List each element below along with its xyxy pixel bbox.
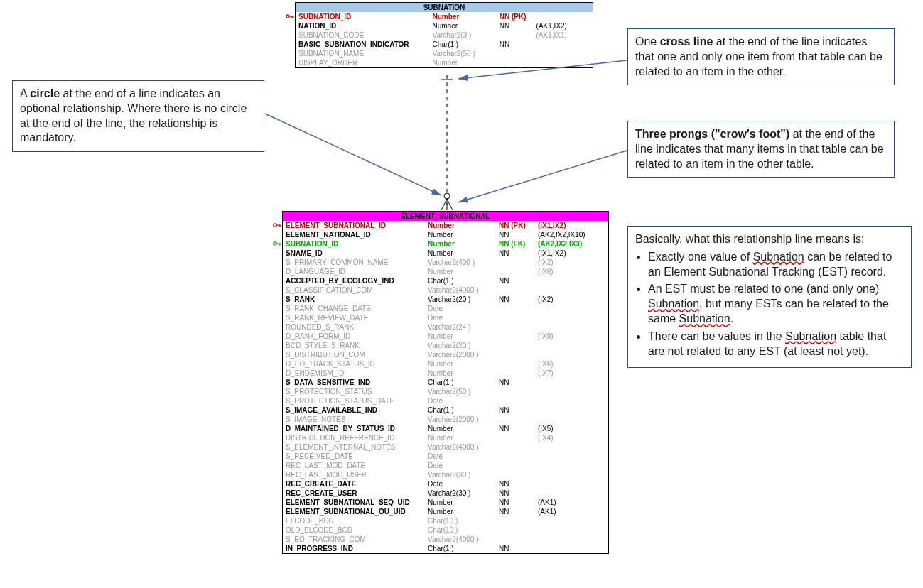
table-row: D_MAINTAINED_BY_STATUS_IDNumberNN(IX5) bbox=[283, 424, 608, 433]
table-row: ELEMENT_SUBNATIONAL_IDNumberNN (PK)(IX1,… bbox=[283, 221, 608, 230]
entity-subnation: SUBNATION SUBNATION_IDNumberNN (PK)NATIO… bbox=[295, 2, 593, 68]
entity-subnation-header: SUBNATION bbox=[296, 3, 593, 12]
svg-line-15 bbox=[441, 199, 447, 210]
table-row: S_PROTECTION_STATUS_DATEDate bbox=[283, 396, 608, 405]
table-row: S_DATA_SENSITIVE_INDChar(1 )NN bbox=[283, 378, 608, 387]
table-row: ROUNDED_S_RANKVarchar2(24 ) bbox=[283, 322, 608, 332]
table-row: REC_CREATE_USERVarchar2(30 )NN bbox=[283, 489, 608, 498]
callout-crows-foot: Three prongs ("crow's foot") at the end … bbox=[627, 121, 895, 178]
table-row: ELEMENT_SUBNATIONAL_OU_UIDNumberNN(AK1) bbox=[283, 507, 608, 516]
svg-point-14 bbox=[444, 193, 450, 199]
svg-line-20 bbox=[458, 151, 627, 202]
table-row: BASIC_SUBNATION_INDICATORChar(1 )NN bbox=[296, 40, 593, 49]
table-row: S_ELEMENT_INTERNAL_NOTESVarchar2(4000 ) bbox=[283, 442, 608, 452]
table-row: SUBNATION_CODEVarchar2(3 )(AK1,IX1) bbox=[296, 31, 593, 40]
relationship-connector bbox=[437, 70, 457, 212]
table-row: D_LANGUAGE_IDNumber(IX8) bbox=[283, 267, 608, 276]
table-row: S_RANK_REVIEW_DATEDate bbox=[283, 313, 608, 322]
table-row: NATION_IDNumberNN(AK1,IX2) bbox=[296, 21, 593, 31]
callout-cross-line: One cross line at the end of the line in… bbox=[627, 28, 895, 85]
table-row: DISPLAY_ORDERNumber bbox=[296, 58, 593, 67]
table-row: S_PROTECTION_STATUSVarchar2(50 ) bbox=[283, 387, 608, 396]
table-row: S_EO_TRACKING_COMVarchar2(4000 ) bbox=[283, 535, 608, 544]
table-row: S_IMAGE_NOTESVarchar2(2000 ) bbox=[283, 415, 608, 424]
key-icon bbox=[273, 222, 281, 229]
table-row: REC_LAST_MOD_DATEDate bbox=[283, 461, 608, 470]
table-row: S_DISTRIBUTION_COMVarchar2(2000 ) bbox=[283, 350, 608, 359]
table-row: ELEMENT_NATIONAL_IDNumberNN(AK2,IX2,IX10… bbox=[283, 230, 608, 239]
table-row: IN_PROGRESS_INDChar(1 )NN bbox=[283, 544, 608, 553]
svg-point-4 bbox=[274, 224, 276, 227]
svg-point-8 bbox=[274, 242, 276, 245]
key-icon bbox=[286, 13, 294, 20]
table-row: S_RANK_CHANGE_DATEDate bbox=[283, 304, 608, 313]
svg-line-18 bbox=[265, 114, 441, 195]
table-row: SUBNATION_IDNumberNN (PK) bbox=[296, 12, 593, 21]
table-row: ACCEPTED_BY_ECOLOGY_INDChar(1 )NN bbox=[283, 276, 608, 285]
callout-summary: Basically, what this relationship line m… bbox=[627, 226, 912, 368]
table-row: D_EO_TRACK_STATUS_IDNumber(IX6) bbox=[283, 359, 608, 369]
svg-line-17 bbox=[447, 199, 453, 210]
table-row: S_RANKVarchar2(20 )NN(IX2) bbox=[283, 295, 608, 304]
table-row: S_IMAGE_AVAILABLE_INDChar(1 )NN bbox=[283, 405, 608, 415]
table-row: D_ENDEMISM_IDNumber(IX7) bbox=[283, 369, 608, 378]
callout-circle: A circle at the end of a line indicates … bbox=[12, 80, 264, 152]
table-row: ELEMENT_SUBNATIONAL_SEQ_UIDNumberNN(AK1) bbox=[283, 498, 608, 507]
table-row: BCD_STYLE_S_RANKVarchar2(20 ) bbox=[283, 341, 608, 350]
table-row: SNAME_IDNumberNN(IX1,IX2) bbox=[283, 249, 608, 258]
svg-point-0 bbox=[286, 15, 289, 18]
table-row: S_CLASSIFICATION_COMVarchar2(4000 ) bbox=[283, 285, 608, 295]
entity-element-subnational: ELEMENT_SUBNATIONAL ELEMENT_SUBNATIONAL_… bbox=[282, 211, 609, 554]
table-row: ELCODE_BCDChar(10 ) bbox=[283, 516, 608, 526]
table-row: D_RANK_FORM_IDNumber(IX9) bbox=[283, 332, 608, 341]
table-row: REC_CREATE_DATEDateNN bbox=[283, 479, 608, 489]
entity-element-subnational-header: ELEMENT_SUBNATIONAL bbox=[283, 212, 608, 221]
key-icon bbox=[273, 240, 281, 247]
table-row: SUBNATION_NAMEVarchar2(50 ) bbox=[296, 49, 593, 58]
table-row: DISTRIBUTION_REFERENCE_IDNumber(IX4) bbox=[283, 433, 608, 442]
table-row: SUBNATION_IDNumberNN (FK)(AK2,IX2,IX3) bbox=[283, 239, 608, 249]
table-row: S_RECEIVED_DATEDate bbox=[283, 452, 608, 461]
table-row: OLD_ELCODE_BCDChar(10 ) bbox=[283, 526, 608, 535]
table-row: REC_LAST_MOD_USERVarchar2(30 ) bbox=[283, 470, 608, 479]
table-row: S_PRIMARY_COMMON_NAMEVarchar2(400 )(IX2) bbox=[283, 258, 608, 267]
